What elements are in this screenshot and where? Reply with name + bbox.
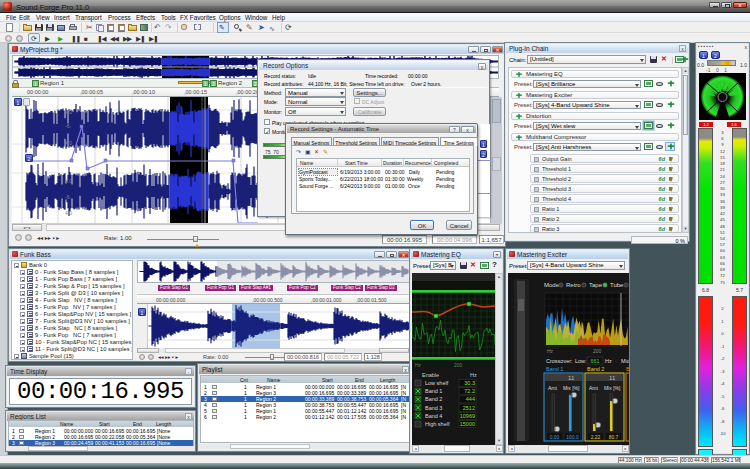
- svg-text:661: 661: [590, 358, 599, 364]
- svg-text:Mix [%]: Mix [%]: [563, 385, 580, 391]
- svg-text:10969: 10969: [460, 413, 475, 419]
- svg-text:Tape: Tape: [589, 282, 603, 288]
- svg-text:Hz: Hz: [470, 372, 477, 378]
- svg-text:Band 2: Band 2: [587, 366, 604, 372]
- svg-text:72.2: 72.2: [464, 388, 475, 394]
- svg-text:100.0: 100.0: [566, 434, 579, 440]
- svg-text:Crossover:: Crossover:: [546, 358, 573, 364]
- svg-text:0.00: 0.00: [550, 434, 560, 440]
- svg-text:Retro: Retro: [566, 282, 581, 288]
- svg-text:Amt: Amt: [589, 385, 599, 391]
- svg-text:Ba: Ba: [626, 366, 629, 372]
- svg-text:200: 200: [454, 362, 463, 368]
- svg-text:200: 200: [593, 348, 602, 354]
- svg-text:Low:: Low:: [575, 358, 587, 364]
- svg-text:Hz: Hz: [547, 348, 554, 354]
- svg-text:Amt: Amt: [548, 385, 558, 391]
- svg-text:11: 11: [609, 375, 616, 381]
- svg-text:Band 1: Band 1: [425, 388, 442, 394]
- svg-text:2512: 2512: [463, 405, 475, 411]
- svg-text:Band 1: Band 1: [546, 366, 563, 372]
- svg-text:Tube: Tube: [610, 282, 624, 288]
- svg-text:30.3: 30.3: [464, 380, 475, 386]
- svg-text:Mix [%]: Mix [%]: [604, 385, 621, 391]
- svg-text:Enable: Enable: [422, 372, 439, 378]
- svg-text:Hz: Hz: [415, 362, 422, 368]
- svg-text:2.22: 2.22: [591, 434, 601, 440]
- svg-text:80.7: 80.7: [609, 434, 619, 440]
- svg-text:Mid: Mid: [621, 358, 629, 364]
- svg-text:444: 444: [466, 396, 475, 402]
- svg-text:Hz: Hz: [605, 358, 612, 364]
- svg-text:15000: 15000: [460, 421, 475, 427]
- svg-text:Mode: Mode: [544, 282, 560, 288]
- svg-text:High shelf: High shelf: [425, 421, 450, 427]
- svg-text:Band 4: Band 4: [425, 413, 442, 419]
- svg-text:11: 11: [568, 375, 575, 381]
- svg-text:Band 3: Band 3: [425, 405, 442, 411]
- svg-text:Band 2: Band 2: [425, 396, 442, 402]
- svg-text:Low shelf: Low shelf: [425, 380, 449, 386]
